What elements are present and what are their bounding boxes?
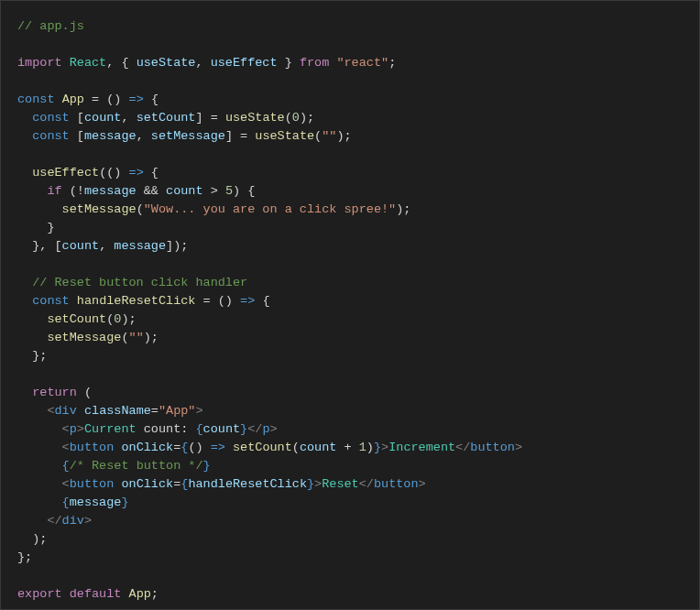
attribute: onClick (121, 441, 173, 454)
identifier: message (84, 184, 137, 198)
string: "" (322, 129, 336, 143)
comment: /* Reset button */ (70, 459, 203, 473)
keyword: from (300, 56, 329, 70)
identifier: count (62, 239, 100, 253)
keyword: const (17, 93, 55, 106)
identifier: setMessage (151, 129, 225, 143)
function-call: useState (225, 111, 285, 125)
identifier: handleResetClick (188, 477, 307, 491)
comment-line: // app.js (17, 19, 84, 33)
number: 1 (359, 441, 366, 454)
string: "Wow... you are on a click spree!" (144, 202, 396, 216)
identifier: count (203, 422, 241, 436)
attribute: className (84, 404, 151, 418)
identifier: message (70, 496, 122, 509)
function-call: useState (255, 129, 314, 143)
jsx-text: Reset (322, 477, 359, 491)
identifier: message (114, 239, 166, 253)
tag: button (70, 441, 115, 454)
tag: div (62, 514, 84, 528)
jsx-text: Current (84, 422, 137, 436)
jsx-text: Increment (388, 441, 455, 454)
tag: button (470, 441, 515, 454)
keyword: import (17, 56, 62, 70)
identifier: count (166, 184, 203, 198)
comment-line: // Reset button click handler (32, 276, 247, 289)
function-call: setMessage (47, 331, 121, 344)
keyword: export (17, 587, 62, 601)
number: 0 (292, 111, 300, 125)
code-block: // app.js import React, { useState, useE… (17, 17, 683, 604)
identifier: React (70, 56, 107, 70)
function-call: setCount (233, 441, 292, 454)
string: "react" (336, 56, 388, 70)
tag: div (55, 404, 77, 418)
keyword: const (32, 111, 70, 125)
function-call: useEffect (32, 166, 99, 180)
identifier: useEffect (211, 56, 278, 70)
tag: button (70, 477, 115, 491)
jsx-text: count: (137, 422, 196, 436)
string: "App" (159, 404, 196, 418)
string: "" (129, 331, 144, 344)
function-call: setCount (47, 312, 106, 326)
tag: p (262, 422, 269, 436)
identifier: App (129, 587, 151, 601)
identifier: App (62, 93, 84, 106)
tag: button (374, 477, 419, 491)
identifier: useState (137, 56, 196, 70)
tag: p (70, 422, 77, 436)
keyword: return (32, 386, 77, 399)
identifier: count (300, 441, 337, 454)
keyword: if (47, 184, 61, 198)
identifier: count (84, 111, 122, 125)
identifier: setCount (137, 111, 196, 125)
identifier: handleResetClick (77, 294, 196, 308)
number: 5 (225, 184, 233, 198)
identifier: message (84, 129, 137, 143)
keyword: const (32, 129, 70, 143)
function-call: setMessage (62, 202, 137, 216)
attribute: onClick (121, 477, 173, 491)
keyword: default (70, 587, 122, 601)
keyword: const (32, 294, 70, 308)
